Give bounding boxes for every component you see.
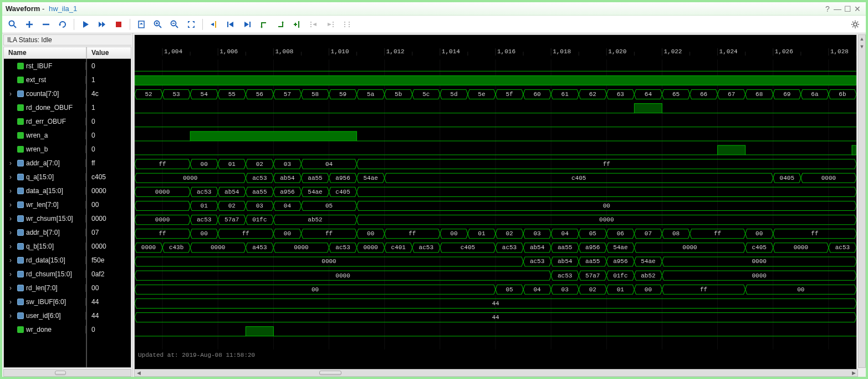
signal-row[interactable]: wr_done0 [4,322,131,336]
expand-caret-icon[interactable]: › [9,312,15,320]
run-fast-icon[interactable] [95,17,109,32]
add-marker-icon[interactable] [290,17,304,32]
retrigger-icon[interactable] [55,17,70,32]
signal-name[interactable]: ›q_b[15:0] [4,242,86,250]
stop-icon[interactable] [111,17,126,32]
go-to-start-icon[interactable] [223,17,238,32]
waveform-hscroll[interactable]: ◀ ▶ [134,369,858,377]
settings-icon[interactable] [848,17,862,32]
signal-name[interactable]: ›counta[7:0] [4,90,86,98]
signal-row[interactable]: ›rd_data[15:0]f50e [4,253,131,267]
signal-row[interactable]: wren_a0 [4,128,131,142]
signal-name[interactable]: ›sw_IBUF[6:0] [4,298,86,306]
svg-text:0000: 0000 [155,216,170,223]
signal-name[interactable]: rst_IBUF [4,62,86,70]
window-subtitle-link[interactable]: hw_ila_1 [49,4,77,13]
hscroll-left-icon[interactable]: ◀ [135,370,142,376]
vscroll-down-icon[interactable]: ▼ [859,43,865,50]
expand-caret-icon[interactable]: › [9,298,15,306]
signal-row[interactable]: ›addr_a[7:0]ff [4,156,131,170]
signal-name[interactable]: ›user_id[6:0] [4,312,86,320]
signal-row[interactable]: ›sw_IBUF[6:0]44 [4,295,131,309]
hscroll-right-icon[interactable]: ▶ [850,370,857,376]
signal-row[interactable]: rd_err_OBUF0 [4,114,131,128]
signal-name[interactable]: ›data_a[15:0] [4,187,86,195]
close-icon[interactable]: ✕ [852,4,862,14]
signal-name[interactable]: ›q_a[15:0] [4,173,86,181]
vscroll-up-icon[interactable]: ▲ [859,35,865,43]
signal-row[interactable]: ›wr_len[7:0]00 [4,198,131,211]
signal-row[interactable]: wren_b0 [4,142,131,156]
signal-name[interactable]: ›rd_chsum[15:0] [4,270,86,278]
run-icon[interactable] [78,17,93,32]
signal-name[interactable]: wren_a [4,132,86,139]
signal-name-text: rd_data[15:0] [26,256,65,264]
waveform-area[interactable]: 1,0041,0061,0081,0101,0121,0141,0161,018… [134,34,857,377]
signal-name[interactable]: ›rd_data[15:0] [4,256,86,264]
waveform-vscroll[interactable]: ▲ ▼ [858,34,866,368]
svg-text:1,006: 1,006 [219,48,238,55]
zoom-fit-icon[interactable] [184,17,198,32]
zoom-in-icon[interactable] [151,17,165,32]
export-icon[interactable] [134,17,149,32]
signal-name[interactable]: ›rd_len[7:0] [4,284,86,292]
column-header-value[interactable]: Value [86,47,131,59]
expand-caret-icon[interactable]: › [9,187,15,195]
expand-caret-icon[interactable]: › [9,201,15,209]
svg-text:56: 56 [256,91,263,98]
signal-row[interactable]: ›data_a[15:0]0000 [4,184,131,198]
bus-signal-icon [17,90,24,97]
signal-row[interactable]: ›rd_chsum[15:0]0af2 [4,267,131,281]
expand-caret-icon[interactable]: › [9,242,15,250]
scroll-thumb[interactable] [319,371,341,375]
signal-row[interactable]: rst_IBUF0 [4,59,131,73]
svg-text:aa55: aa55 [308,175,322,181]
signal-name[interactable]: rd_done_OBUF [4,104,86,112]
signal-name[interactable]: ›addr_a[7:0] [4,159,86,167]
signal-row[interactable]: ext_rst1 [4,73,131,87]
expand-caret-icon[interactable]: › [9,284,15,292]
zoom-out-icon[interactable] [167,17,182,32]
expand-caret-icon[interactable]: › [9,229,15,236]
maximize-icon[interactable]: ☐ [843,4,852,14]
go-to-end-icon[interactable] [240,17,254,32]
signal-name[interactable]: ›wr_len[7:0] [4,201,86,209]
expand-caret-icon[interactable]: › [9,159,15,167]
scroll-thumb[interactable] [55,371,66,375]
signal-name[interactable]: rd_err_OBUF [4,118,86,125]
signal-row[interactable]: ›user_id[6:0]44 [4,309,131,322]
signal-hscroll[interactable] [3,369,131,377]
expand-caret-icon[interactable]: › [9,173,15,181]
remove-icon[interactable] [39,17,53,32]
signal-name[interactable]: wr_done [4,326,86,333]
signal-row[interactable]: ›q_a[15:0]c405 [4,170,131,184]
signal-row[interactable]: rd_done_OBUF1 [4,100,131,114]
expand-caret-icon[interactable]: › [9,256,15,264]
expand-caret-icon[interactable]: › [9,90,15,98]
signal-name-text: addr_a[7:0] [26,159,60,167]
minimize-icon[interactable]: ― [833,4,843,14]
prev-transition-icon[interactable] [257,17,271,32]
signal-name-text: wr_done [26,326,52,333]
go-to-cursor-icon[interactable] [207,17,221,32]
signal-name[interactable]: wren_b [4,145,86,153]
svg-text:04: 04 [534,286,542,293]
signal-panel: ILA Status: Idle Name Value rst_IBUF0 ex… [2,33,133,377]
signal-row[interactable]: ›addr_b[7:0]07 [4,225,131,239]
signal-name[interactable]: ›addr_b[7:0] [4,229,86,236]
signal-row[interactable]: ›rd_len[7:0]00 [4,281,131,295]
expand-caret-icon[interactable]: › [9,215,15,223]
expand-caret-icon[interactable]: › [9,270,15,278]
svg-text:ab52: ab52 [641,272,655,279]
search-icon[interactable] [6,17,20,32]
add-icon[interactable] [22,17,37,32]
next-transition-icon[interactable] [273,17,288,32]
help-icon[interactable]: ? [823,4,833,14]
signal-name[interactable]: ›wr_chsum[15:0] [4,215,86,223]
signal-row[interactable]: ›wr_chsum[15:0]0000 [4,211,131,225]
signal-name[interactable]: ext_rst [4,76,86,84]
column-header-name[interactable]: Name [3,47,86,59]
signal-list[interactable]: rst_IBUF0 ext_rst1›counta[7:0]4c rd_done… [3,59,131,368]
signal-row[interactable]: ›counta[7:0]4c [4,87,131,100]
signal-row[interactable]: ›q_b[15:0]0000 [4,239,131,253]
